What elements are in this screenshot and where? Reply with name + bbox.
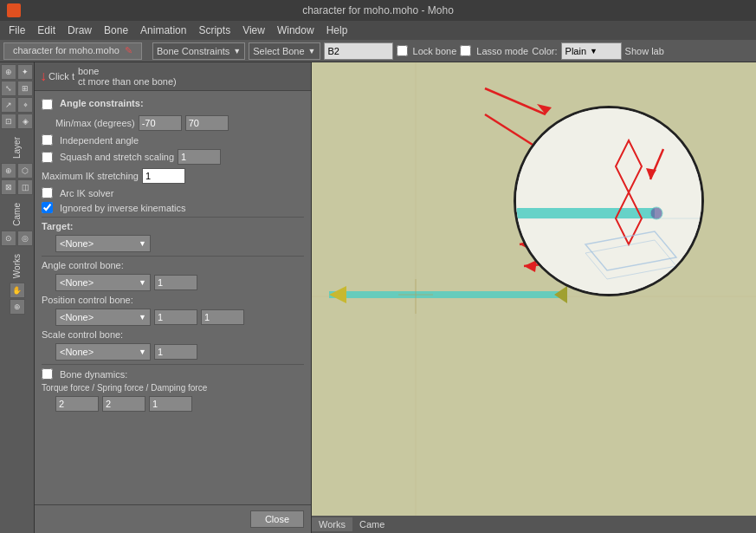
tool-icon-12[interactable]: ◫ xyxy=(17,179,33,195)
tools-strip: ⊕ ✦ ⤡ ⊞ ↗ ⌖ ⊡ ◈ Layer ⊕ ⬡ ⊠ ◫ Came ⊙ ◎ xyxy=(0,62,35,533)
tool-icon-10[interactable]: ⬡ xyxy=(17,163,33,179)
tool-icon-14[interactable]: ⊕ xyxy=(10,299,25,315)
lasso-mode-checkbox[interactable] xyxy=(460,45,471,56)
position-control-val1[interactable] xyxy=(154,309,197,325)
target-dropdown-row: <None> ▼ xyxy=(42,235,304,252)
select-bone-arrow: ▼ xyxy=(308,47,316,55)
angle-control-dropdown[interactable]: <None> ▼ xyxy=(55,274,151,291)
document-tab-label: character for moho.moho xyxy=(13,45,120,55)
canvas-area[interactable]: Works Came xyxy=(312,62,756,533)
torque-val[interactable] xyxy=(55,396,99,412)
angle-control-header: Angle control bone: xyxy=(42,260,304,270)
panel-bottom: Close xyxy=(35,504,311,533)
tool-icon-6[interactable]: ⌖ xyxy=(17,97,33,113)
tool-icon-3[interactable]: ⤡ xyxy=(1,81,16,96)
menu-animation[interactable]: Animation xyxy=(135,23,191,38)
squash-stretch-checkbox[interactable] xyxy=(42,152,53,163)
tool-icon-9[interactable]: ⊕ xyxy=(1,163,16,179)
minmax-row: Min/max (degrees) xyxy=(42,115,304,131)
arc-ik-row: Arc IK solver xyxy=(42,187,304,198)
max-ik-row: Maximum IK stretching xyxy=(42,168,304,184)
main-area: ⊕ ✦ ⤡ ⊞ ↗ ⌖ ⊡ ◈ Layer ⊕ ⬡ ⊠ ◫ Came ⊙ ◎ xyxy=(0,62,756,533)
scale-control-arrow: ▼ xyxy=(139,348,146,356)
svg-point-18 xyxy=(650,207,662,219)
lock-bone-checkbox[interactable] xyxy=(397,45,408,56)
camera-tab[interactable]: Came xyxy=(352,517,391,531)
divider-1 xyxy=(42,217,304,218)
angle-control-label: Angle control bone: xyxy=(42,260,124,270)
independent-angle-label: Independent angle xyxy=(60,135,139,146)
independent-angle-row: Independent angle xyxy=(42,134,304,146)
lock-bone-label: Lock bone xyxy=(413,46,457,56)
document-tab[interactable]: character for moho.moho ✎ xyxy=(3,42,142,60)
tool-row-6: ⊠ ◫ xyxy=(1,179,33,195)
hand-icon[interactable]: ✋ xyxy=(10,283,25,298)
bone-constraints-panel: ↓ Click t bone ct more than one bone) An… xyxy=(35,62,312,533)
select-bone-dropdown[interactable]: Select Bone ▼ xyxy=(249,42,320,60)
max-input[interactable] xyxy=(185,115,229,131)
svg-line-7 xyxy=(485,88,546,114)
angle-control-row: <None> ▼ xyxy=(42,274,304,291)
torque-label-row: Torque force / Spring force / Damping fo… xyxy=(42,383,304,393)
angle-constraints-checkbox[interactable] xyxy=(42,99,53,110)
tool-row-4: ⊡ ◈ xyxy=(1,114,33,129)
menu-window[interactable]: Window xyxy=(272,23,320,38)
menu-bone[interactable]: Bone xyxy=(99,23,133,38)
min-input[interactable] xyxy=(139,115,182,131)
ignored-ik-checkbox[interactable] xyxy=(42,202,53,213)
app-icon xyxy=(7,3,21,17)
bone-constraints-dropdown[interactable]: Bone Constraints ▼ xyxy=(152,42,245,60)
squash-val-input[interactable] xyxy=(178,149,221,165)
bone-name-input[interactable] xyxy=(324,42,393,60)
target-dropdown[interactable]: <None> ▼ xyxy=(55,235,151,252)
scale-control-row: <None> ▼ xyxy=(42,343,304,361)
bone-dynamics-checkbox[interactable] xyxy=(42,368,53,380)
camera-icon[interactable]: ⊙ xyxy=(1,231,16,246)
svg-rect-15 xyxy=(516,106,701,296)
toolbar: character for moho.moho ✎ Bone Constrain… xyxy=(0,40,756,62)
position-control-val2[interactable] xyxy=(201,309,244,325)
torque-row xyxy=(42,396,304,412)
tool-icon-2[interactable]: ✦ xyxy=(17,64,33,80)
divider-3 xyxy=(42,364,304,365)
scale-control-label: Scale control bone: xyxy=(42,329,123,340)
menu-file[interactable]: File xyxy=(3,23,30,38)
magnifier-content xyxy=(516,106,701,296)
tool-icon-5[interactable]: ↗ xyxy=(1,97,16,113)
menu-edit[interactable]: Edit xyxy=(32,23,61,38)
scale-control-dropdown[interactable]: <None> ▼ xyxy=(55,343,151,361)
position-control-arrow: ▼ xyxy=(139,313,146,322)
menu-draw[interactable]: Draw xyxy=(62,23,97,38)
close-button[interactable]: Close xyxy=(250,510,304,528)
independent-angle-checkbox[interactable] xyxy=(42,134,53,146)
squash-stretch-label: Squash and stretch scaling xyxy=(60,152,174,162)
svg-marker-3 xyxy=(329,286,346,303)
arc-ik-checkbox[interactable] xyxy=(42,187,53,198)
menu-scripts[interactable]: Scripts xyxy=(193,23,236,38)
tool-icon-7[interactable]: ⊡ xyxy=(1,114,16,129)
position-control-dropdown[interactable]: <None> ▼ xyxy=(55,309,151,326)
tool-icon-8[interactable]: ◈ xyxy=(17,114,33,129)
color-dropdown[interactable]: Plain ▼ xyxy=(561,42,622,60)
max-ik-input[interactable] xyxy=(142,168,185,184)
tool-row-3: ↗ ⌖ xyxy=(1,97,33,113)
click-text: Click t xyxy=(48,71,74,81)
menu-view[interactable]: View xyxy=(237,23,270,38)
layer-label: Layer xyxy=(12,137,22,159)
damping-val[interactable] xyxy=(149,396,192,412)
tool-icon-1[interactable]: ⊕ xyxy=(1,64,16,80)
target-dropdown-arrow: ▼ xyxy=(139,239,146,248)
angle-control-val[interactable] xyxy=(154,275,197,290)
scale-control-val[interactable] xyxy=(154,344,197,360)
tool-icon-11[interactable]: ⊠ xyxy=(1,179,16,195)
show-labels-label: Show lab xyxy=(625,46,664,56)
works-tab[interactable]: Works xyxy=(312,517,352,531)
spring-val[interactable] xyxy=(102,396,145,412)
works-label: Works xyxy=(12,254,22,278)
tool-row-2: ⤡ ⊞ xyxy=(1,81,33,96)
angle-control-arrow: ▼ xyxy=(139,278,146,287)
ignored-ik-label: Ignored by inverse kinematics xyxy=(60,203,186,213)
tool-icon-4[interactable]: ⊞ xyxy=(17,81,33,96)
menu-help[interactable]: Help xyxy=(321,23,353,38)
tool-icon-13[interactable]: ◎ xyxy=(17,231,33,246)
